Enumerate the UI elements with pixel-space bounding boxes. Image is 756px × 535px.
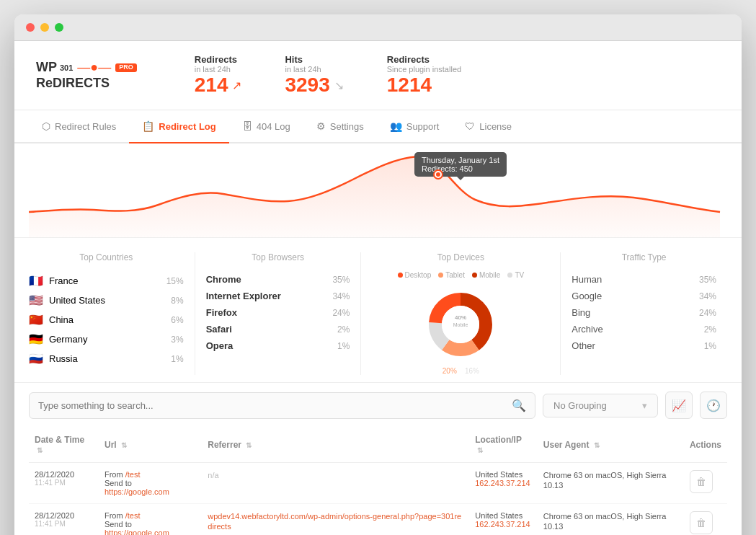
flag-france: 🇫🇷 (29, 274, 43, 288)
log-table: Date & Time ⇅ Url ⇅ Referrer ⇅ Location/… (29, 428, 727, 535)
browser-opera: Opera 1% (206, 337, 350, 354)
browser-opera-name: Opera (206, 340, 234, 351)
tab-settings[interactable]: ⚙ Settings (303, 110, 377, 143)
row1-ip[interactable]: 162.243.37.214 (475, 479, 532, 487)
row1-send-url[interactable]: https://google.com (104, 487, 169, 496)
search-input-wrap[interactable]: 🔍 (29, 392, 535, 419)
traffic-archive: Archive 2% (572, 321, 716, 337)
minimize-dot[interactable] (40, 23, 49, 32)
country-us-name: United States (49, 295, 105, 306)
stat-redirects-total: Redirects Since plugin installed 1214 (387, 54, 461, 97)
country-russia: 🇷🇺Russia 1% (29, 349, 184, 368)
legend-dot-tv (507, 273, 512, 278)
browser-safari-pct: 2% (337, 324, 350, 335)
row2-delete-button[interactable]: 🗑 (690, 511, 713, 534)
donut-label-tablet: 20% (443, 367, 457, 375)
maximize-dot[interactable] (55, 23, 63, 32)
row2-referrer-link[interactable]: wpdev14.webfactoryltd.com/wp-admin/optio… (208, 512, 461, 531)
tab-404-log-label: 404 Log (257, 121, 290, 132)
logo-301: 301 (60, 63, 73, 72)
row2-location: United States (475, 511, 532, 520)
donut-labels: 20% 16% (443, 367, 479, 375)
browser-ie: Internet Explorer 34% (206, 288, 350, 304)
traffic-archive-pct: 2% (704, 324, 716, 335)
row2-ip[interactable]: 162.243.37.214 (475, 520, 532, 529)
donut-legend: Desktop Tablet Mobile TV (398, 271, 525, 279)
row2-send-label: Send to https://google.com (104, 520, 196, 535)
stat-redirects-total-sublabel: Since plugin installed (387, 65, 461, 74)
tab-redirect-log-label: Redirect Log (159, 121, 215, 132)
country-france-pct: 15% (166, 276, 184, 286)
chart-icon: 📈 (672, 399, 686, 412)
table-header: Date & Time ⇅ Url ⇅ Referrer ⇅ Location/… (29, 428, 727, 463)
chart-view-button[interactable]: 📈 (665, 392, 693, 419)
close-dot[interactable] (26, 23, 35, 32)
sort-icon-date[interactable]: ⇅ (37, 446, 43, 454)
tab-support-label: Support (406, 121, 440, 132)
license-icon: 🛡 (465, 120, 475, 132)
tab-redirect-log[interactable]: 📋 Redirect Log (129, 110, 228, 143)
tab-license[interactable]: 🛡 License (452, 110, 525, 143)
col-user-agent: User Agent ⇅ (538, 428, 684, 463)
sort-icon-url[interactable]: ⇅ (121, 441, 127, 449)
chart-tooltip: Thursday, January 1st Redirects: 450 (414, 152, 507, 177)
row1-delete-button[interactable]: 🗑 (690, 470, 713, 493)
row2-date: 28/12/2020 (35, 511, 93, 520)
row1-location: United States (475, 470, 532, 479)
donut-chart-container: Desktop Tablet Mobile TV (372, 271, 549, 375)
browser-firefox-name: Firefox (206, 307, 237, 318)
country-russia-pct: 1% (171, 354, 183, 364)
traffic-human-name: Human (572, 274, 602, 285)
traffic-google-pct: 34% (699, 291, 716, 301)
row2-location-cell: United States 162.243.37.214 (469, 504, 538, 536)
traffic-google-name: Google (572, 291, 602, 301)
traffic-google: Google 34% (572, 288, 716, 304)
stat-hits-sublabel: in last 24h (285, 65, 343, 74)
country-germany-pct: 3% (171, 335, 183, 345)
404-log-icon: 🗄 (242, 120, 252, 132)
stat-redirects-24h-sublabel: in last 24h (195, 65, 242, 74)
tab-support[interactable]: 👥 Support (377, 110, 453, 143)
flag-russia: 🇷🇺 (29, 352, 43, 366)
col-actions: Actions (684, 428, 727, 463)
svg-text:Mobile: Mobile (453, 322, 468, 327)
main-content: WP 301 —●— PRO ReDIRECTS Redirects in la… (14, 41, 742, 535)
row2-send-url[interactable]: https://google.com (104, 529, 169, 535)
countries-title: Top Countries (29, 252, 184, 262)
tab-redirect-rules[interactable]: ⬡ Redirect Rules (29, 110, 129, 143)
browser-chrome-pct: 35% (332, 275, 350, 285)
top-devices: Top Devices Desktop Tablet Mobile TV (361, 252, 561, 375)
row1-location-cell: United States 162.243.37.214 (469, 463, 538, 504)
flag-germany: 🇩🇪 (29, 332, 43, 346)
chart-area: Thursday, January 1st Redirects: 450 (14, 143, 742, 237)
stat-hits-arrow: ↘ (334, 79, 344, 92)
stat-redirects-24h-value: 214 (195, 74, 228, 97)
search-input[interactable] (38, 400, 512, 411)
clock-button[interactable]: 🕐 (700, 392, 727, 419)
redirect-rules-icon: ⬡ (42, 120, 50, 132)
browser-chrome: Chrome 35% (206, 271, 350, 288)
grouping-select[interactable]: No Grouping ▾ (543, 394, 658, 417)
sort-icon-referrer[interactable]: ⇅ (246, 441, 252, 449)
traffic-bing-name: Bing (572, 307, 590, 318)
grouping-label: No Grouping (553, 400, 607, 411)
stat-redirects-total-title: Redirects (387, 54, 461, 65)
stat-hits-value: 3293 (285, 74, 329, 97)
top-browsers: Top Browsers Chrome 35% Internet Explore… (195, 252, 362, 375)
row1-actions-cell: 🗑 (684, 463, 727, 504)
stat-redirects-total-value: 1214 (387, 74, 432, 97)
legend-dot-desktop (398, 273, 403, 278)
row1-url-cell: From /test Send to https://google.com (99, 463, 202, 504)
tab-bar: ⬡ Redirect Rules 📋 Redirect Log 🗄 404 Lo… (14, 110, 742, 143)
logo-wp: WP (36, 61, 57, 75)
sort-icon-location[interactable]: ⇅ (477, 446, 483, 454)
redirect-log-icon: 📋 (142, 120, 154, 132)
row2-from-url[interactable]: /test (125, 511, 141, 520)
search-bar: 🔍 No Grouping ▾ 📈 🕐 (14, 382, 742, 428)
tab-404-log[interactable]: 🗄 404 Log (229, 110, 303, 143)
browser-ie-pct: 34% (332, 291, 350, 301)
row1-referrer: n/a (208, 471, 218, 479)
row2-actions-cell: 🗑 (684, 504, 727, 536)
row1-from-url[interactable]: /test (125, 470, 141, 479)
sort-icon-useragent[interactable]: ⇅ (594, 441, 600, 449)
